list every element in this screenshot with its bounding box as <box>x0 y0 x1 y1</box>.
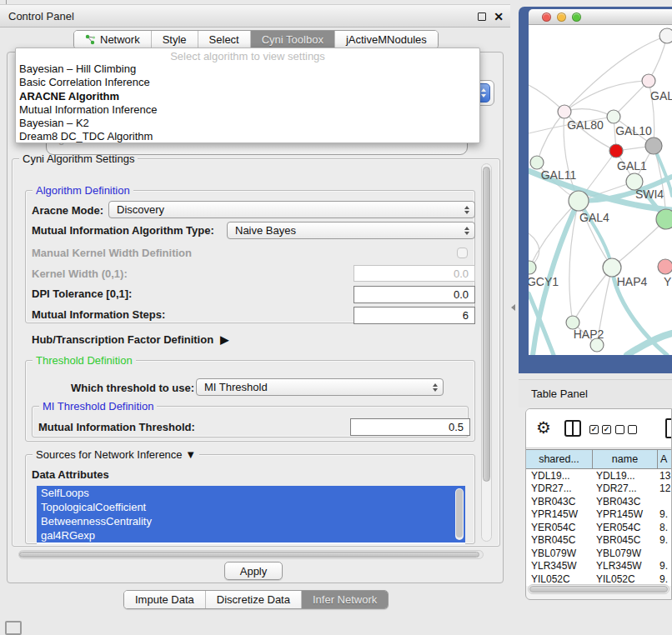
network-node[interactable] <box>656 209 672 229</box>
network-node[interactable] <box>659 28 672 43</box>
kernel-width-label: Kernel Width (0,1): <box>32 268 128 280</box>
data-attribute-item[interactable]: BetweennessCentrality <box>37 514 465 528</box>
tab-select[interactable]: Select <box>198 31 251 48</box>
close-traffic-light-icon[interactable] <box>542 12 551 22</box>
panel-title: Control Panel <box>8 10 74 22</box>
tab-style[interactable]: Style <box>152 31 198 48</box>
table-horizontal-scrollbar[interactable] <box>528 584 669 594</box>
column-header-name[interactable]: name <box>593 450 658 468</box>
network-view-window: GALGAL80GAL10GAL1GAL11SWI4GAL4GCY1HAP4YH… <box>519 7 672 373</box>
settings-vertical-scrollbar[interactable] <box>481 163 492 542</box>
expander-right-icon[interactable]: ▶ <box>220 333 228 346</box>
network-node-gal4[interactable] <box>569 191 589 211</box>
column-header-shared-name[interactable]: shared... <box>526 450 593 468</box>
table-cell: YBR045C <box>531 534 575 546</box>
mi-type-combo[interactable]: Naive Bayes <box>227 222 475 239</box>
data-attribute-item[interactable]: gal4RGexp <box>37 528 465 542</box>
sources-group-title: Sources for Network Inference ▼ <box>33 448 199 461</box>
minimize-traffic-light-icon[interactable] <box>557 12 566 22</box>
table-row[interactable]: YBL079WYBL079W <box>526 547 672 560</box>
network-node-hap4[interactable] <box>603 258 621 277</box>
tab-discretize-data[interactable]: Discretize Data <box>206 591 302 608</box>
network-node-y[interactable] <box>658 259 672 274</box>
table-row[interactable]: YLR345WYLR345W9. <box>526 560 672 573</box>
split-divider-handle[interactable] <box>511 304 515 311</box>
kernel-width-field[interactable]: 0.0 <box>354 265 475 282</box>
data-attribute-item[interactable]: SelfLoops <box>37 486 465 500</box>
tab-infer-network[interactable]: Infer Network <box>302 591 388 608</box>
tab-impute-data[interactable]: Impute Data <box>124 591 206 608</box>
table-cell: YBR043C <box>596 496 640 508</box>
scrollbar-thumb[interactable] <box>483 167 490 482</box>
aracne-mode-label: Aracne Mode: <box>32 204 103 217</box>
mi-steps-field[interactable]: 6 <box>354 307 475 324</box>
network-node-gal[interactable] <box>642 74 655 88</box>
table-window: ⚙ ✓ ✓ shared... name A YDL19...YDL19...1… <box>525 408 672 600</box>
settings-horizontal-scrollbar[interactable] <box>18 550 484 559</box>
float-window-icon[interactable] <box>478 12 486 21</box>
node-label: HAP4 <box>617 275 648 288</box>
tab-cyni-toolbox[interactable]: Cyni Toolbox <box>251 31 335 48</box>
export-table-icon[interactable] <box>665 418 672 438</box>
network-canvas[interactable]: GALGAL80GAL10GAL1GAL11SWI4GAL4GCY1HAP4YH… <box>529 25 672 355</box>
dpi-tolerance-field[interactable]: 0.0 <box>354 286 475 303</box>
manual-kernel-checkbox[interactable] <box>457 248 468 258</box>
mi-threshold-definition-title: MI Threshold Definition <box>39 400 157 412</box>
node-label: GCY1 <box>529 275 559 288</box>
zoom-traffic-light-icon[interactable] <box>572 12 581 22</box>
tab-jactivemodules[interactable]: jActiveMNodules <box>335 31 438 48</box>
tab-network[interactable]: Network <box>74 31 152 48</box>
network-node-gal1[interactable] <box>609 144 623 158</box>
aracne-mode-combo[interactable]: Discovery <box>108 201 475 218</box>
algorithm-option[interactable]: Dream8 DC_TDC Algorithm <box>16 130 479 143</box>
bottom-tabbar: Impute Data Discretize Data Infer Networ… <box>123 590 389 609</box>
column-header-partial[interactable]: A <box>658 450 672 468</box>
scrollbar-thumb[interactable] <box>529 586 668 592</box>
network-node-gal80[interactable] <box>558 105 571 118</box>
node-label: GAL80 <box>567 118 604 132</box>
close-icon[interactable]: ✕ <box>494 12 504 21</box>
mi-threshold-field[interactable]: 0.5 <box>350 418 470 436</box>
scrollbar-thumb[interactable] <box>19 552 479 558</box>
select-all-checkbox-icon[interactable]: ✓ <box>589 425 599 434</box>
algorithm-option[interactable]: ARACNE Algorithm <box>16 90 479 103</box>
network-node-gcy1[interactable] <box>529 261 536 274</box>
node-label: GAL11 <box>541 168 577 182</box>
data-attributes-list[interactable]: SelfLoopsTopologicalCoefficientBetweenne… <box>37 486 465 544</box>
table-row[interactable]: YBR043CYBR043C <box>526 495 672 508</box>
data-attribute-item[interactable]: TopologicalCoefficient <box>37 500 465 514</box>
table-cell: YBR045C <box>596 534 640 546</box>
scrollbar-thumb[interactable] <box>456 489 463 538</box>
network-node[interactable] <box>590 338 604 352</box>
table-row[interactable]: YPR145WYPR145W9. <box>526 508 672 522</box>
deselect-all-checkbox-icon[interactable] <box>615 425 624 434</box>
gear-icon[interactable]: ⚙ <box>536 418 551 438</box>
table-row[interactable]: YER054CYER054C8. <box>526 521 672 534</box>
table-row[interactable]: YDL19...YDL19...13 <box>526 469 672 482</box>
deselect-all-checkbox-icon[interactable] <box>628 425 637 434</box>
mi-threshold-label: Mutual Information Threshold: <box>38 421 195 433</box>
algorithm-option[interactable]: Mutual Information Inference <box>16 103 479 117</box>
network-node[interactable] <box>645 138 662 154</box>
attributes-scrollbar[interactable] <box>455 488 464 540</box>
control-panel-tabbar: Network Style Select Cyni Toolbox jActiv… <box>73 30 439 49</box>
table-row[interactable]: YBR045CYBR045C9. <box>526 534 672 548</box>
algorithm-option[interactable]: Bayesian – K2 <box>16 117 479 130</box>
dock-panel-icon[interactable] <box>5 621 22 635</box>
algorithm-option[interactable]: Basic Correlation Inference <box>16 76 479 89</box>
select-all-checkbox-icon[interactable]: ✓ <box>602 425 611 434</box>
expander-down-icon[interactable]: ▼ <box>185 448 196 461</box>
hub-definition-expander[interactable]: Hub/Transcription Factor Definition▶ <box>32 333 228 346</box>
which-threshold-combo[interactable]: MI Threshold <box>196 378 444 396</box>
table-cell: YIL052C <box>596 573 635 585</box>
table-cell: 9. <box>659 508 668 520</box>
algorithm-dropdown: Select algorithm to view settings Bayesi… <box>15 48 480 143</box>
data-attributes-label: Data Attributes <box>32 468 109 481</box>
table-cell: 9. <box>659 534 668 546</box>
algorithm-option[interactable]: Bayesian – Hill Climbing <box>16 62 479 76</box>
network-node-gal10[interactable] <box>607 110 620 123</box>
network-node-gal11[interactable] <box>530 156 544 169</box>
apply-button[interactable]: Apply <box>224 562 283 580</box>
table-row[interactable]: YDR27...YDR27...12 <box>526 482 672 496</box>
columns-icon[interactable] <box>564 420 581 437</box>
